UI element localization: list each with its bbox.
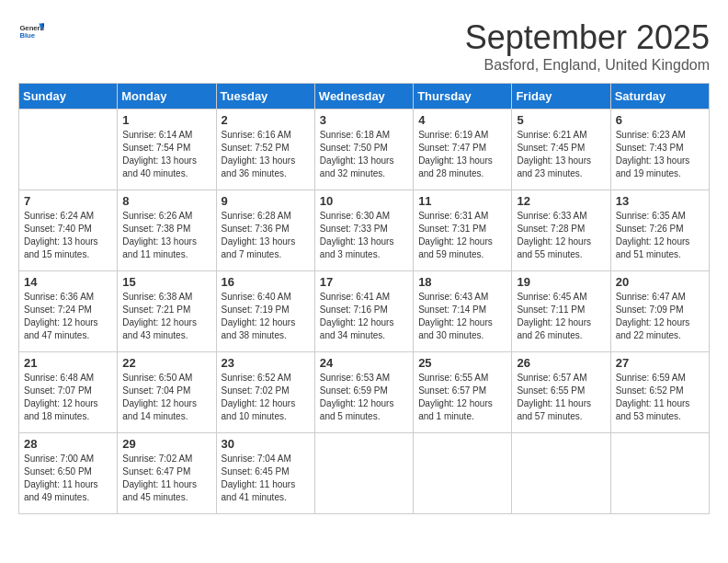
calendar-cell: 8Sunrise: 6:26 AM Sunset: 7:38 PM Daylig…: [118, 190, 216, 271]
cell-content: Sunrise: 6:18 AM Sunset: 7:50 PM Dayligh…: [320, 129, 408, 180]
header-row: SundayMondayTuesdayWednesdayThursdayFrid…: [19, 84, 710, 109]
day-number: 24: [320, 356, 408, 370]
day-number: 21: [24, 356, 112, 370]
week-row-0: 1Sunrise: 6:14 AM Sunset: 7:54 PM Daylig…: [19, 109, 710, 190]
day-number: 6: [616, 113, 704, 127]
day-number: 16: [222, 275, 310, 289]
calendar-cell: 2Sunrise: 6:16 AM Sunset: 7:52 PM Daylig…: [216, 109, 314, 190]
day-number: 1: [122, 113, 210, 127]
calendar-cell: 27Sunrise: 6:59 AM Sunset: 6:52 PM Dayli…: [610, 352, 709, 433]
week-row-2: 14Sunrise: 6:36 AM Sunset: 7:24 PM Dayli…: [19, 271, 710, 352]
cell-content: Sunrise: 6:14 AM Sunset: 7:54 PM Dayligh…: [122, 129, 210, 180]
svg-text:Blue: Blue: [19, 31, 35, 40]
day-number: 20: [616, 275, 704, 289]
col-header-saturday: Saturday: [610, 84, 709, 109]
day-number: 8: [122, 194, 210, 208]
day-number: 14: [24, 275, 112, 289]
page-header: General Blue September 2025 Basford, Eng…: [18, 18, 710, 74]
calendar-cell: 21Sunrise: 6:48 AM Sunset: 7:07 PM Dayli…: [19, 352, 118, 433]
col-header-monday: Monday: [118, 84, 216, 109]
col-header-sunday: Sunday: [19, 84, 118, 109]
calendar-cell: 6Sunrise: 6:23 AM Sunset: 7:43 PM Daylig…: [610, 109, 709, 190]
day-number: 3: [320, 113, 408, 127]
week-row-3: 21Sunrise: 6:48 AM Sunset: 7:07 PM Dayli…: [19, 352, 710, 433]
cell-content: Sunrise: 6:53 AM Sunset: 6:59 PM Dayligh…: [320, 372, 408, 423]
day-number: 17: [320, 275, 408, 289]
day-number: 11: [418, 194, 506, 208]
cell-content: Sunrise: 6:31 AM Sunset: 7:31 PM Dayligh…: [418, 210, 506, 261]
calendar-cell: 23Sunrise: 6:52 AM Sunset: 7:02 PM Dayli…: [216, 352, 314, 433]
calendar-cell: [610, 433, 709, 514]
cell-content: Sunrise: 6:24 AM Sunset: 7:40 PM Dayligh…: [24, 210, 112, 261]
calendar-table: SundayMondayTuesdayWednesdayThursdayFrid…: [18, 83, 710, 514]
col-header-tuesday: Tuesday: [216, 84, 314, 109]
day-number: 4: [418, 113, 506, 127]
cell-content: Sunrise: 6:47 AM Sunset: 7:09 PM Dayligh…: [616, 291, 704, 342]
cell-content: Sunrise: 6:26 AM Sunset: 7:38 PM Dayligh…: [122, 210, 210, 261]
cell-content: Sunrise: 6:40 AM Sunset: 7:19 PM Dayligh…: [222, 291, 310, 342]
cell-content: Sunrise: 7:00 AM Sunset: 6:50 PM Dayligh…: [24, 453, 112, 504]
calendar-cell: 4Sunrise: 6:19 AM Sunset: 7:47 PM Daylig…: [414, 109, 512, 190]
col-header-friday: Friday: [512, 84, 610, 109]
calendar-cell: 9Sunrise: 6:28 AM Sunset: 7:36 PM Daylig…: [216, 190, 314, 271]
calendar-cell: 30Sunrise: 7:04 AM Sunset: 6:45 PM Dayli…: [216, 433, 314, 514]
month-title: September 2025: [465, 18, 710, 57]
calendar-cell: 1Sunrise: 6:14 AM Sunset: 7:54 PM Daylig…: [118, 109, 216, 190]
cell-content: Sunrise: 6:36 AM Sunset: 7:24 PM Dayligh…: [24, 291, 112, 342]
day-number: 23: [222, 356, 310, 370]
cell-content: Sunrise: 6:57 AM Sunset: 6:55 PM Dayligh…: [517, 372, 605, 423]
cell-content: Sunrise: 6:41 AM Sunset: 7:16 PM Dayligh…: [320, 291, 408, 342]
cell-content: Sunrise: 7:02 AM Sunset: 6:47 PM Dayligh…: [122, 453, 210, 504]
title-block: September 2025 Basford, England, United …: [465, 18, 710, 74]
week-row-1: 7Sunrise: 6:24 AM Sunset: 7:40 PM Daylig…: [19, 190, 710, 271]
day-number: 26: [517, 356, 605, 370]
day-number: 19: [517, 275, 605, 289]
day-number: 28: [24, 437, 112, 451]
cell-content: Sunrise: 6:48 AM Sunset: 7:07 PM Dayligh…: [24, 372, 112, 423]
calendar-cell: [314, 433, 413, 514]
calendar-cell: 29Sunrise: 7:02 AM Sunset: 6:47 PM Dayli…: [118, 433, 216, 514]
calendar-cell: 13Sunrise: 6:35 AM Sunset: 7:26 PM Dayli…: [610, 190, 709, 271]
calendar-cell: 5Sunrise: 6:21 AM Sunset: 7:45 PM Daylig…: [512, 109, 610, 190]
cell-content: Sunrise: 6:43 AM Sunset: 7:14 PM Dayligh…: [418, 291, 506, 342]
day-number: 27: [616, 356, 704, 370]
day-number: 18: [418, 275, 506, 289]
col-header-thursday: Thursday: [414, 84, 512, 109]
logo: General Blue: [18, 18, 44, 44]
calendar-cell: [512, 433, 610, 514]
cell-content: Sunrise: 6:19 AM Sunset: 7:47 PM Dayligh…: [418, 129, 506, 180]
cell-content: Sunrise: 7:04 AM Sunset: 6:45 PM Dayligh…: [222, 453, 310, 504]
col-header-wednesday: Wednesday: [314, 84, 413, 109]
cell-content: Sunrise: 6:35 AM Sunset: 7:26 PM Dayligh…: [616, 210, 704, 261]
day-number: 7: [24, 194, 112, 208]
calendar-cell: [414, 433, 512, 514]
day-number: 15: [122, 275, 210, 289]
calendar-cell: 18Sunrise: 6:43 AM Sunset: 7:14 PM Dayli…: [414, 271, 512, 352]
calendar-cell: 22Sunrise: 6:50 AM Sunset: 7:04 PM Dayli…: [118, 352, 216, 433]
calendar-cell: 16Sunrise: 6:40 AM Sunset: 7:19 PM Dayli…: [216, 271, 314, 352]
day-number: 13: [616, 194, 704, 208]
cell-content: Sunrise: 6:45 AM Sunset: 7:11 PM Dayligh…: [517, 291, 605, 342]
cell-content: Sunrise: 6:21 AM Sunset: 7:45 PM Dayligh…: [517, 129, 605, 180]
week-row-4: 28Sunrise: 7:00 AM Sunset: 6:50 PM Dayli…: [19, 433, 710, 514]
cell-content: Sunrise: 6:38 AM Sunset: 7:21 PM Dayligh…: [122, 291, 210, 342]
day-number: 22: [122, 356, 210, 370]
calendar-cell: 10Sunrise: 6:30 AM Sunset: 7:33 PM Dayli…: [314, 190, 413, 271]
day-number: 30: [222, 437, 310, 451]
day-number: 12: [517, 194, 605, 208]
calendar-cell: 12Sunrise: 6:33 AM Sunset: 7:28 PM Dayli…: [512, 190, 610, 271]
calendar-cell: 20Sunrise: 6:47 AM Sunset: 7:09 PM Dayli…: [610, 271, 709, 352]
day-number: 5: [517, 113, 605, 127]
location: Basford, England, United Kingdom: [465, 57, 710, 74]
calendar-cell: 24Sunrise: 6:53 AM Sunset: 6:59 PM Dayli…: [314, 352, 413, 433]
cell-content: Sunrise: 6:52 AM Sunset: 7:02 PM Dayligh…: [222, 372, 310, 423]
day-number: 25: [418, 356, 506, 370]
cell-content: Sunrise: 6:33 AM Sunset: 7:28 PM Dayligh…: [517, 210, 605, 261]
day-number: 29: [122, 437, 210, 451]
cell-content: Sunrise: 6:28 AM Sunset: 7:36 PM Dayligh…: [222, 210, 310, 261]
calendar-cell: 3Sunrise: 6:18 AM Sunset: 7:50 PM Daylig…: [314, 109, 413, 190]
calendar-cell: 26Sunrise: 6:57 AM Sunset: 6:55 PM Dayli…: [512, 352, 610, 433]
cell-content: Sunrise: 6:30 AM Sunset: 7:33 PM Dayligh…: [320, 210, 408, 261]
calendar-cell: 15Sunrise: 6:38 AM Sunset: 7:21 PM Dayli…: [118, 271, 216, 352]
day-number: 10: [320, 194, 408, 208]
